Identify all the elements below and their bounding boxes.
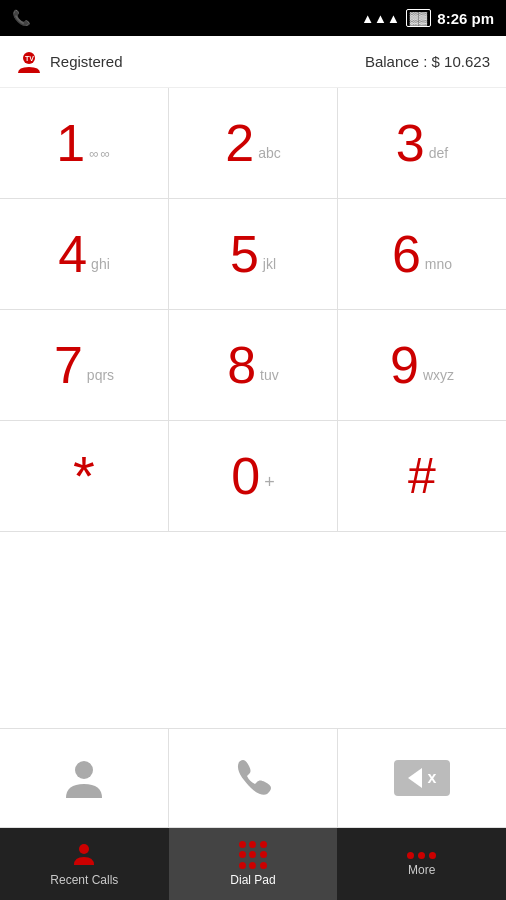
dial-key-6[interactable]: 6 mno	[338, 199, 506, 309]
more-icon	[407, 852, 436, 859]
key-number-0: 0	[231, 450, 260, 502]
key-number-7: 7	[54, 339, 83, 391]
registered-label: Registered	[50, 53, 123, 70]
key-number-8: 8	[227, 339, 256, 391]
user-tv-icon: TV	[16, 49, 42, 75]
key-letters-2: abc	[258, 145, 281, 161]
battery-icon: ▓▓	[406, 9, 432, 27]
contacts-button[interactable]	[0, 729, 169, 827]
svg-point-2	[75, 761, 93, 779]
nav-label-recent-calls: Recent Calls	[50, 873, 118, 887]
nav-label-more: More	[408, 863, 435, 877]
key-number-4: 4	[58, 228, 87, 280]
key-letters-8: tuv	[260, 367, 279, 383]
dial-key-7[interactable]: 7 pqrs	[0, 310, 169, 420]
key-letters-3: def	[429, 145, 448, 161]
dial-row-1: 1 ∞∞ 2 abc 3 def	[0, 88, 506, 199]
key-number-1: 1	[56, 117, 85, 169]
dial-key-1[interactable]: 1 ∞∞	[0, 88, 169, 198]
key-number-2: 2	[225, 117, 254, 169]
person-icon	[62, 756, 106, 800]
key-letters-4: ghi	[91, 256, 110, 272]
backspace-icon: x	[394, 760, 451, 796]
phone-icon	[231, 756, 275, 800]
header: TV Registered Balance : $ 10.623	[0, 36, 506, 88]
dial-key-star[interactable]: *	[0, 421, 169, 531]
status-left: 📞	[12, 9, 31, 27]
action-row: x	[0, 728, 506, 828]
dial-key-9[interactable]: 9 wxyz	[338, 310, 506, 420]
dial-key-hash[interactable]: #	[338, 421, 506, 531]
key-number-5: 5	[230, 228, 259, 280]
dialpad: 1 ∞∞ 2 abc 3 def 4 ghi 5 jkl 6 mno 7 pqr…	[0, 88, 506, 532]
nav-item-more[interactable]: More	[337, 828, 506, 900]
time-display: 8:26 pm	[437, 10, 494, 27]
recent-calls-icon	[70, 841, 98, 869]
key-letters-1: ∞∞	[89, 146, 112, 161]
dial-row-2: 4 ghi 5 jkl 6 mno	[0, 199, 506, 310]
dial-key-5[interactable]: 5 jkl	[169, 199, 338, 309]
header-left: TV Registered	[16, 49, 123, 75]
call-button[interactable]	[169, 729, 338, 827]
dial-key-8[interactable]: 8 tuv	[169, 310, 338, 420]
dial-key-4[interactable]: 4 ghi	[0, 199, 169, 309]
dial-key-0[interactable]: 0 +	[169, 421, 338, 531]
dial-key-2[interactable]: 2 abc	[169, 88, 338, 198]
status-right: ▲▲▲ ▓▓ 8:26 pm	[361, 9, 494, 27]
key-number-star: *	[73, 448, 95, 504]
key-number-9: 9	[390, 339, 419, 391]
phone-call-icon: 📞	[12, 9, 31, 27]
key-number-hash: #	[408, 451, 436, 501]
nav-label-dial-pad: Dial Pad	[230, 873, 275, 887]
nav-item-recent-calls[interactable]: Recent Calls	[0, 828, 169, 900]
balance-label: Balance : $ 10.623	[365, 53, 490, 70]
key-letters-9: wxyz	[423, 367, 454, 383]
dial-row-4: * 0 + #	[0, 421, 506, 532]
nav-item-dial-pad[interactable]: Dial Pad	[169, 828, 338, 900]
backspace-arrow-icon	[408, 768, 422, 788]
dialpad-icon	[239, 841, 267, 869]
svg-text:TV: TV	[25, 55, 34, 62]
dial-row-3: 7 pqrs 8 tuv 9 wxyz	[0, 310, 506, 421]
key-number-6: 6	[392, 228, 421, 280]
key-letters-6: mno	[425, 256, 452, 272]
key-letters-0: +	[264, 472, 275, 493]
status-bar: 📞 ▲▲▲ ▓▓ 8:26 pm	[0, 0, 506, 36]
bottom-nav: Recent Calls Dial Pad More	[0, 828, 506, 900]
dial-key-3[interactable]: 3 def	[338, 88, 506, 198]
key-letters-5: jkl	[263, 256, 276, 272]
backspace-x-label: x	[428, 769, 437, 787]
svg-point-3	[79, 844, 89, 854]
backspace-button[interactable]: x	[338, 729, 506, 827]
key-letters-7: pqrs	[87, 367, 114, 383]
wifi-icon: ▲▲▲	[361, 11, 400, 26]
key-number-3: 3	[396, 117, 425, 169]
